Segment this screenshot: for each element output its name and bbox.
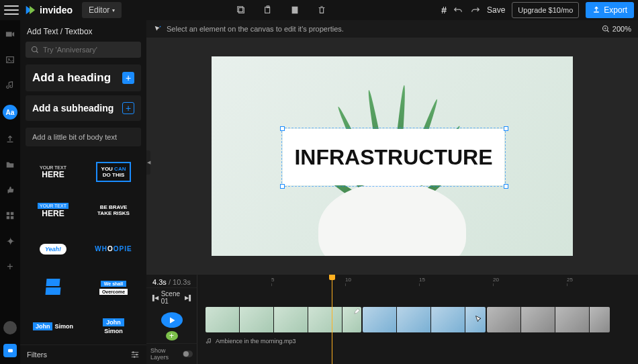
play-icon — [168, 316, 176, 324]
filters-label[interactable]: Filters — [27, 351, 47, 359]
timeline-clips[interactable] — [206, 307, 638, 332]
plus-icon[interactable]: + — [122, 72, 134, 84]
svg-rect-6 — [292, 7, 298, 14]
text-preset[interactable]: Yeah! — [27, 234, 79, 264]
rail-upload-icon[interactable] — [4, 133, 16, 145]
rail-video-icon[interactable] — [4, 28, 16, 40]
brand-logo[interactable]: invideo — [24, 4, 73, 16]
chevron-down-icon: ▾ — [112, 7, 115, 13]
upgrade-button[interactable]: Upgrade $10/mo — [512, 2, 579, 18]
svg-rect-12 — [11, 212, 13, 215]
export-button[interactable]: Export — [586, 2, 634, 18]
svg-rect-11 — [7, 212, 9, 215]
clip[interactable] — [363, 307, 486, 332]
add-scene-button[interactable]: + — [166, 331, 178, 340]
text-preset[interactable] — [27, 273, 79, 302]
scene-selector[interactable]: ▐◀ Scene 01 ▶▌ — [146, 287, 197, 307]
svg-marker-8 — [13, 32, 15, 37]
add-subheading-button[interactable]: Add a subheading + — [26, 95, 141, 121]
audio-label: Ambience in the morning.mp3 — [216, 338, 296, 345]
edit-clip-icon[interactable] — [353, 308, 360, 315]
grid-icon[interactable]: # — [441, 5, 447, 15]
audio-track[interactable]: Ambience in the morning.mp3 — [206, 338, 296, 345]
scene-label: Scene 01 — [161, 290, 183, 305]
paste-icon[interactable] — [290, 5, 300, 15]
text-preset[interactable]: YOUR TEXTHERE — [27, 195, 79, 225]
subheading-label: Add a subheading — [32, 103, 113, 113]
export-icon — [592, 6, 600, 14]
svg-point-21 — [132, 351, 134, 353]
selection-handle[interactable] — [504, 126, 508, 131]
save-button[interactable]: Save — [487, 5, 505, 15]
heading-label: Add a heading — [32, 71, 111, 85]
rail-apps-icon[interactable] — [4, 210, 16, 222]
logo-mark-icon — [24, 4, 36, 16]
timeline-ruler[interactable]: 5 10 15 20 25 — [197, 275, 638, 287]
text-preset[interactable]: We shallOvercome — [87, 273, 140, 302]
clipboard-icon[interactable] — [263, 5, 273, 15]
search-input[interactable] — [43, 46, 136, 54]
svg-point-23 — [134, 356, 136, 358]
search-icon — [31, 46, 39, 54]
canvas-hint: Select an element on the canvas to edit … — [167, 25, 344, 33]
show-layers-toggle[interactable]: Show Layers — [146, 343, 197, 364]
rail-like-icon[interactable] — [4, 184, 16, 196]
toggle-icon — [183, 351, 193, 357]
svg-marker-1 — [30, 6, 35, 15]
clip[interactable] — [487, 307, 610, 332]
search-input-wrap[interactable] — [26, 42, 141, 58]
selection-handle[interactable] — [280, 126, 285, 131]
export-label: Export — [604, 5, 627, 15]
canvas-text-content: INFRASTRUCTURE — [294, 145, 492, 170]
canvas-frame[interactable]: INFRASTRUCTURE — [212, 56, 573, 256]
svg-line-17 — [36, 51, 38, 52]
plus-outline-icon[interactable]: + — [122, 102, 134, 114]
canvas-text-element[interactable]: INFRASTRUCTURE — [283, 129, 504, 185]
rail-enhance-icon[interactable]: ✦ — [4, 235, 16, 247]
playhead[interactable] — [332, 275, 332, 364]
svg-point-24 — [160, 26, 161, 28]
svg-rect-15 — [8, 349, 13, 352]
svg-rect-13 — [7, 216, 9, 219]
filters-icon[interactable] — [130, 350, 140, 359]
svg-rect-2 — [239, 8, 244, 13]
rail-text-icon[interactable]: Aa — [3, 105, 17, 120]
text-preset[interactable]: JohnSimon — [27, 312, 79, 341]
rail-add-icon[interactable]: + — [4, 261, 16, 273]
svg-rect-7 — [6, 32, 12, 37]
menu-icon[interactable] — [4, 3, 19, 17]
text-preset[interactable]: JohnSimon — [87, 312, 140, 341]
user-avatar[interactable] — [3, 321, 17, 334]
rail-image-icon[interactable] — [4, 54, 16, 66]
zoom-value: 200% — [612, 25, 631, 33]
add-body-text-button[interactable]: Add a little bit of body text — [26, 128, 141, 146]
copy-icon[interactable] — [236, 5, 246, 15]
svg-point-16 — [32, 47, 38, 52]
undo-icon[interactable] — [453, 5, 463, 15]
text-preset[interactable]: BE BRAVETAKE RISKS — [87, 195, 140, 225]
selection-handle[interactable] — [280, 184, 285, 189]
editor-dropdown-label: Editor — [89, 5, 109, 15]
trash-icon[interactable] — [317, 5, 326, 15]
add-heading-button[interactable]: Add a heading + — [26, 64, 141, 91]
play-button[interactable] — [161, 312, 183, 328]
text-preset[interactable]: WHOOPIE — [87, 234, 140, 264]
editor-dropdown[interactable]: Editor ▾ — [82, 2, 122, 18]
text-preset[interactable]: YOU CANDO THIS — [87, 157, 140, 187]
svg-rect-14 — [11, 216, 13, 219]
redo-icon[interactable] — [471, 5, 480, 15]
collapse-sidebar-icon[interactable]: ◀ — [146, 150, 150, 175]
sidebar-title: Add Text / Textbox — [20, 20, 146, 42]
timeline-time: 4.3s / 10.3s — [146, 275, 197, 287]
svg-point-22 — [136, 354, 138, 356]
rail-music-icon[interactable] — [4, 79, 16, 91]
text-preset[interactable]: YOUR TEXTHERE — [27, 157, 79, 187]
zoom-icon — [602, 25, 610, 33]
clip[interactable] — [206, 307, 361, 332]
zoom-control[interactable]: 200% — [602, 25, 631, 33]
cursor-icon — [475, 315, 483, 323]
selection-handle[interactable] — [504, 184, 508, 189]
svg-line-26 — [607, 30, 608, 32]
help-button[interactable] — [3, 344, 17, 357]
rail-folder-icon[interactable] — [4, 158, 16, 171]
